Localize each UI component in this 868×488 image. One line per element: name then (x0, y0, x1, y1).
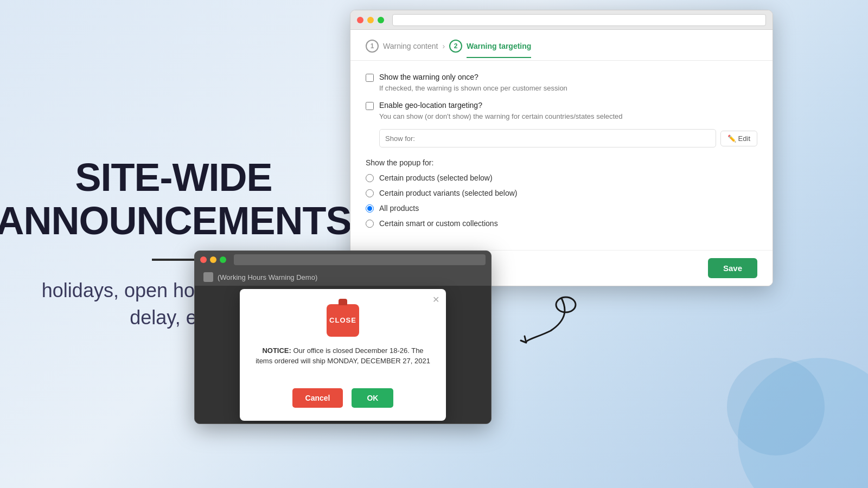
maximize-dot[interactable] (378, 17, 384, 23)
radio-certain-products[interactable] (366, 174, 374, 182)
show-once-checkbox[interactable] (366, 74, 374, 82)
notice-bold: NOTICE: (262, 346, 291, 355)
pencil-icon: ✏️ (727, 134, 736, 143)
browser-titlebar (350, 10, 773, 30)
decorative-circle-2 (727, 358, 825, 455)
step-arrow: › (442, 42, 445, 58)
radio-collections[interactable] (366, 220, 374, 228)
show-for-row: ✏️ Edit (379, 129, 757, 147)
show-once-label: Show the warning only once? (379, 73, 478, 81)
svg-point-0 (556, 297, 576, 312)
form-area: Show the warning only once? If checked, … (350, 61, 773, 240)
step-1[interactable]: 1 Warning content (366, 40, 438, 60)
demo-url-bar[interactable] (234, 254, 486, 265)
arrow-annotation (518, 293, 583, 347)
demo-minimize-dot[interactable] (210, 256, 216, 263)
radio-row-2[interactable]: All products (366, 204, 757, 213)
stepper: 1 Warning content › 2 Warning targeting (350, 30, 773, 61)
modal-buttons: Cancel OK (240, 388, 446, 421)
step-2[interactable]: 2 Warning targeting (449, 40, 531, 60)
show-for-input[interactable] (379, 129, 716, 147)
demo-header-text: (Working Hours Warning Demo) (218, 273, 317, 281)
demo-browser-window: (Working Hours Warning Demo) ✕ CLOSE NOT… (194, 251, 492, 424)
browser-content: 1 Warning content › 2 Warning targeting … (350, 30, 773, 286)
demo-header-icon (203, 272, 213, 282)
cancel-button[interactable]: Cancel (292, 388, 343, 408)
demo-header: (Working Hours Warning Demo) (195, 268, 491, 286)
demo-browser-content: (Working Hours Warning Demo) ✕ CLOSE NOT… (195, 268, 491, 423)
step-2-circle: 2 (449, 40, 462, 53)
radio-group: Certain products (selected below) Certai… (366, 174, 757, 228)
modal-close-button[interactable]: ✕ (432, 294, 439, 305)
radio-certain-variants[interactable] (366, 189, 374, 197)
close-dot[interactable] (357, 17, 363, 23)
modal-body: CLOSE NOTICE: Our office is closed Decem… (240, 289, 446, 388)
radio-row-3[interactable]: Certain smart or custom collections (366, 219, 757, 228)
modal-dialog: ✕ CLOSE NOTICE: Our office is closed Dec… (240, 289, 446, 421)
radio-all-products[interactable] (366, 204, 374, 213)
geo-checkbox[interactable] (366, 102, 374, 110)
modal-notice: NOTICE: Our office is closed December 18… (255, 345, 431, 367)
ok-button[interactable]: OK (352, 388, 393, 408)
close-sign-text: CLOSE (329, 316, 356, 324)
edit-button[interactable]: ✏️ Edit (720, 131, 757, 146)
main-title: SITE-WIDE ANNOUNCEMENTS (0, 156, 352, 242)
modal-overlay: ✕ CLOSE NOTICE: Our office is closed Dec… (195, 286, 491, 423)
show-once-helper: If checked, the warning is shown once pe… (379, 84, 757, 92)
radio-label-0: Certain products (selected below) (379, 174, 493, 182)
step-1-label: Warning content (383, 42, 438, 50)
minimize-dot[interactable] (367, 17, 374, 23)
radio-row-0[interactable]: Certain products (selected below) (366, 174, 757, 182)
radio-label-3: Certain smart or custom collections (379, 219, 498, 228)
radio-row-1[interactable]: Certain product variants (selected below… (366, 189, 757, 197)
demo-titlebar (195, 251, 491, 268)
demo-maximize-dot[interactable] (220, 256, 226, 263)
geo-helper: You can show (or don't show) the warning… (379, 112, 757, 120)
show-once-row: Show the warning only once? (366, 73, 757, 82)
main-browser-window: 1 Warning content › 2 Warning targeting … (350, 10, 773, 286)
geo-row: Enable geo-location targeting? (366, 101, 757, 110)
show-popup-label: Show the popup for: (366, 158, 757, 167)
demo-close-dot[interactable] (200, 256, 207, 263)
title-divider (152, 259, 195, 261)
geo-label: Enable geo-location targeting? (379, 101, 482, 110)
save-button[interactable]: Save (708, 258, 757, 278)
url-bar[interactable] (392, 14, 766, 26)
close-sign-icon: CLOSE (327, 304, 359, 337)
radio-label-2: All products (379, 204, 419, 213)
step-2-label: Warning targeting (467, 42, 531, 58)
radio-label-1: Certain product variants (selected below… (379, 189, 517, 197)
step-1-circle: 1 (366, 40, 379, 53)
